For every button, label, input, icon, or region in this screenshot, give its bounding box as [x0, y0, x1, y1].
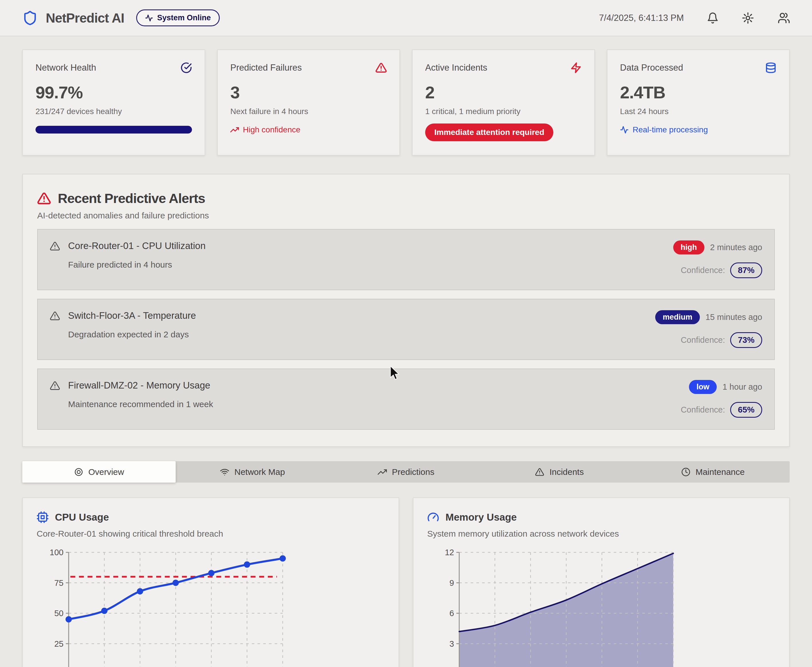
tab-network-map[interactable]: Network Map	[176, 461, 329, 483]
data-point	[65, 616, 72, 622]
alerts-section-title: Recent Predictive Alerts	[58, 191, 205, 206]
stat-subtitle: Last 24 hours	[620, 107, 777, 116]
tab-predictions[interactable]: Predictions	[329, 461, 483, 483]
confidence-badge: 73%	[730, 332, 762, 348]
app-header: NetPredict AI System Online 7/4/2025, 6:…	[0, 0, 812, 37]
alert-prediction: Failure predicted in 4 hours	[68, 260, 205, 270]
stat-subtitle: 231/247 devices healthy	[35, 107, 192, 116]
tab-label: Overview	[88, 467, 124, 477]
view-tab-bar: Overview Network Map Predictions	[22, 461, 790, 483]
stat-card-network-health: Network Health 99.7% 231/247 devices hea…	[22, 50, 205, 156]
attention-required-badge: Immediate attention required	[425, 123, 553, 141]
activity-icon	[145, 14, 153, 22]
main-content: Network Health 99.7% 231/247 devices hea…	[0, 37, 812, 667]
alert-triangle-icon	[50, 311, 60, 339]
header-right: 7/4/2025, 6:41:13 PM	[599, 12, 790, 24]
alerts-section-subtitle: AI-detected anomalies and failure predic…	[37, 211, 775, 221]
activity-icon	[620, 126, 629, 134]
cpu-icon	[37, 511, 49, 523]
charts-row: CPU Usage Core-Router-01 showing critica…	[22, 498, 790, 667]
y-tick-label: 12	[445, 548, 454, 557]
alert-device: Firewall-DMZ-02 - Memory Usage	[68, 380, 213, 391]
data-point	[173, 580, 179, 586]
confidence-label: Confidence:	[681, 335, 725, 345]
y-tick-label: 100	[50, 548, 63, 557]
network-health-progress	[35, 126, 192, 133]
y-tick-label: 25	[54, 639, 63, 649]
alert-row[interactable]: Core-Router-01 - CPU Utilization Failure…	[37, 229, 775, 290]
mouse-cursor	[390, 366, 402, 381]
alert-device: Switch-Floor-3A - Temperature	[68, 310, 196, 321]
stat-subtitle: Next failure in 4 hours	[230, 107, 387, 116]
stat-title: Predicted Failures	[230, 63, 302, 73]
brand: NetPredict AI	[22, 10, 124, 27]
system-status-badge: System Online	[136, 10, 220, 26]
alert-triangle-icon	[375, 62, 387, 73]
network-health-progress-fill	[35, 126, 192, 133]
alert-row[interactable]: Switch-Floor-3A - Temperature Degradatio…	[37, 299, 775, 360]
severity-badge: medium	[655, 310, 700, 324]
recent-alerts-section: Recent Predictive Alerts AI-detected ano…	[22, 174, 790, 447]
alert-time: 2 minutes ago	[710, 243, 762, 252]
alert-device: Core-Router-01 - CPU Utilization	[68, 241, 205, 251]
confidence-label: Confidence:	[681, 265, 725, 275]
stat-card-predicted-failures: Predicted Failures 3 Next failure in 4 h…	[217, 50, 400, 156]
data-point	[101, 607, 108, 614]
bell-icon[interactable]	[707, 12, 719, 24]
clock-timestamp: 7/4/2025, 6:41:13 PM	[599, 13, 684, 23]
stat-footer-label: High confidence	[243, 125, 300, 134]
stat-card-data-processed: Data Processed 2.4TB Last 24 hours	[607, 50, 790, 156]
data-point	[244, 561, 250, 568]
alert-triangle-icon	[37, 192, 51, 205]
y-tick-label: 50	[54, 609, 63, 618]
confidence-badge: 87%	[730, 262, 762, 278]
y-tick-label: 6	[449, 609, 454, 618]
status-badge-label: System Online	[157, 13, 211, 22]
stat-title: Network Health	[35, 63, 96, 73]
tab-incidents[interactable]: Incidents	[483, 461, 636, 483]
stat-value: 2	[425, 83, 582, 102]
alert-prediction: Maintenance recommended in 1 week	[68, 400, 213, 409]
severity-badge: low	[689, 380, 717, 394]
confidence-badge: 65%	[730, 402, 762, 418]
trending-up-icon	[230, 126, 239, 134]
tab-overview[interactable]: Overview	[22, 461, 176, 483]
chart-subtitle: Core-Router-01 showing critical threshol…	[37, 529, 385, 539]
y-tick-label: 9	[449, 578, 454, 587]
chart-title: Memory Usage	[446, 511, 517, 523]
stat-value: 3	[230, 83, 387, 102]
database-icon	[765, 62, 777, 73]
zap-icon	[570, 62, 582, 73]
chart-title: CPU Usage	[55, 511, 109, 523]
tab-label: Incidents	[549, 467, 584, 477]
clock-icon	[681, 468, 691, 476]
alert-time: 15 minutes ago	[706, 312, 762, 322]
app-title: NetPredict AI	[46, 10, 124, 26]
alert-triangle-icon	[50, 380, 60, 409]
stat-card-active-incidents: Active Incidents 2 1 critical, 1 medium …	[412, 50, 595, 156]
data-point	[208, 570, 215, 576]
gauge-icon	[427, 511, 439, 523]
data-point	[137, 588, 143, 594]
stat-value: 2.4TB	[620, 83, 777, 102]
check-circle-icon	[181, 62, 192, 73]
stat-title: Data Processed	[620, 63, 683, 73]
gear-icon[interactable]	[742, 12, 754, 24]
alert-time: 1 hour ago	[722, 382, 762, 392]
tab-label: Maintenance	[696, 467, 745, 477]
eye-icon	[74, 468, 83, 476]
stat-footer-label: Real-time processing	[632, 125, 708, 134]
severity-badge: high	[673, 241, 704, 254]
stat-subtitle: 1 critical, 1 medium priority	[425, 107, 582, 116]
alert-row[interactable]: Firewall-DMZ-02 - Memory Usage Maintenan…	[37, 368, 775, 430]
tab-maintenance[interactable]: Maintenance	[636, 461, 790, 483]
alert-triangle-icon	[50, 241, 60, 270]
tab-label: Network Map	[234, 467, 285, 477]
y-tick-label: 3	[449, 639, 454, 649]
users-icon[interactable]	[777, 12, 790, 24]
cpu-usage-chart: 025507510000:0004:0008:0012:0016:0020:00…	[44, 547, 385, 667]
stats-row: Network Health 99.7% 231/247 devices hea…	[22, 50, 790, 156]
wifi-icon	[220, 468, 229, 476]
memory-usage-chart: 03691200:0004:0008:0012:0016:0020:0024:0…	[434, 547, 775, 667]
cpu-usage-chart-card: CPU Usage Core-Router-01 showing critica…	[22, 498, 399, 667]
